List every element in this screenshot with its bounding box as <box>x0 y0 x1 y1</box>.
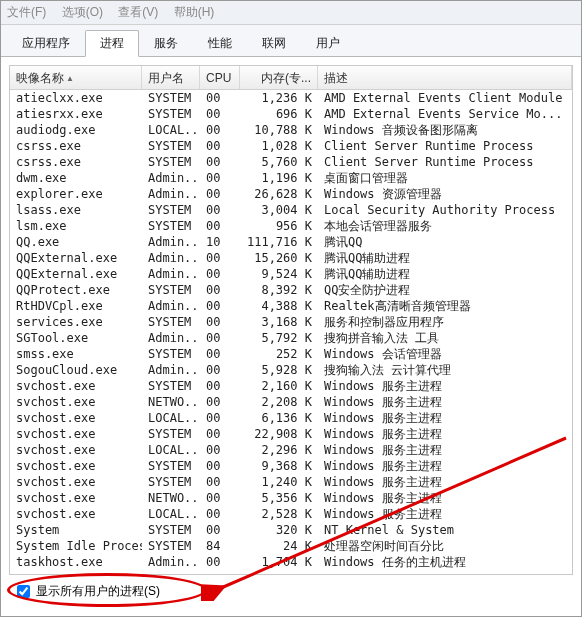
menu-options[interactable]: 选项(O) <box>62 5 103 19</box>
tab-users[interactable]: 用户 <box>301 30 355 57</box>
cell-user: SYSTEM <box>142 218 200 234</box>
cell-cpu: 00 <box>200 170 240 186</box>
cell-name: System <box>10 522 142 538</box>
cell-desc: Windows 服务主进程 <box>318 410 572 426</box>
tab-services[interactable]: 服务 <box>139 30 193 57</box>
cell-name: taskhost.exe <box>10 554 142 570</box>
cell-desc: 腾讯QQ <box>318 234 572 250</box>
cell-desc: Windows 服务主进程 <box>318 490 572 506</box>
cell-cpu: 00 <box>200 394 240 410</box>
col-header-name[interactable]: 映像名称 <box>10 66 142 89</box>
cell-mem: 10,788 K <box>240 122 318 138</box>
table-row[interactable]: smss.exeSYSTEM00252 KWindows 会话管理器 <box>10 346 572 362</box>
table-row[interactable]: svchost.exeLOCAL...006,136 KWindows 服务主进… <box>10 410 572 426</box>
cell-mem: 696 K <box>240 106 318 122</box>
table-row[interactable]: RtHDVCpl.exeAdmin...004,388 KRealtek高清晰音… <box>10 298 572 314</box>
cell-cpu: 00 <box>200 474 240 490</box>
table-row[interactable]: svchost.exeNETWO...002,208 KWindows 服务主进… <box>10 394 572 410</box>
cell-cpu: 10 <box>200 234 240 250</box>
table-row[interactable]: SogouCloud.exeAdmin...005,928 K搜狗输入法 云计算… <box>10 362 572 378</box>
table-row[interactable]: dwm.exeAdmin...001,196 K桌面窗口管理器 <box>10 170 572 186</box>
table-row[interactable]: svchost.exeLOCAL...002,528 KWindows 服务主进… <box>10 506 572 522</box>
menu-view[interactable]: 查看(V) <box>118 5 158 19</box>
tab-processes[interactable]: 进程 <box>85 30 139 57</box>
table-row[interactable]: svchost.exeSYSTEM002,160 KWindows 服务主进程 <box>10 378 572 394</box>
cell-name: lsm.exe <box>10 218 142 234</box>
cell-cpu: 00 <box>200 426 240 442</box>
tab-networking[interactable]: 联网 <box>247 30 301 57</box>
cell-user: Admin... <box>142 250 200 266</box>
cell-user: SYSTEM <box>142 474 200 490</box>
table-row[interactable]: SystemSYSTEM00320 KNT Kernel & System <box>10 522 572 538</box>
cell-cpu: 00 <box>200 250 240 266</box>
cell-mem: 2,160 K <box>240 378 318 394</box>
table-row[interactable]: services.exeSYSTEM003,168 K服务和控制器应用程序 <box>10 314 572 330</box>
table-row[interactable]: audiodg.exeLOCAL...0010,788 KWindows 音频设… <box>10 122 572 138</box>
cell-desc: 腾讯QQ辅助进程 <box>318 266 572 282</box>
cell-user: Admin... <box>142 266 200 282</box>
cell-cpu: 00 <box>200 202 240 218</box>
cell-name: svchost.exe <box>10 410 142 426</box>
table-row[interactable]: csrss.exeSYSTEM001,028 KClient Server Ru… <box>10 138 572 154</box>
table-row[interactable]: svchost.exeLOCAL...002,296 KWindows 服务主进… <box>10 442 572 458</box>
table-row[interactable]: atieclxx.exeSYSTEM001,236 KAMD External … <box>10 90 572 106</box>
table-row[interactable]: svchost.exeNETWO...005,356 KWindows 服务主进… <box>10 490 572 506</box>
table-row[interactable]: System Idle ProcessSYSTEM8424 K处理器空闲时间百分… <box>10 538 572 554</box>
table-row[interactable]: csrss.exeSYSTEM005,760 KClient Server Ru… <box>10 154 572 170</box>
cell-user: Admin... <box>142 186 200 202</box>
cell-cpu: 00 <box>200 554 240 570</box>
table-row[interactable]: atiesrxx.exeSYSTEM00696 KAMD External Ev… <box>10 106 572 122</box>
cell-user: Admin... <box>142 298 200 314</box>
col-header-cpu[interactable]: CPU <box>200 66 240 89</box>
col-header-user[interactable]: 用户名 <box>142 66 200 89</box>
table-row[interactable]: svchost.exeSYSTEM009,368 KWindows 服务主进程 <box>10 458 572 474</box>
table-row[interactable]: lsass.exeSYSTEM003,004 KLocal Security A… <box>10 202 572 218</box>
cell-mem: 252 K <box>240 346 318 362</box>
table-row[interactable]: QQ.exeAdmin...10111,716 K腾讯QQ <box>10 234 572 250</box>
cell-cpu: 00 <box>200 282 240 298</box>
cell-desc: Windows 服务主进程 <box>318 378 572 394</box>
footer-bar: 显示所有用户的进程(S) <box>9 581 573 602</box>
cell-mem: 5,760 K <box>240 154 318 170</box>
table-row[interactable]: svchost.exeSYSTEM0022,908 KWindows 服务主进程 <box>10 426 572 442</box>
cell-mem: 5,792 K <box>240 330 318 346</box>
table-row[interactable]: QQExternal.exeAdmin...0015,260 K腾讯QQ辅助进程 <box>10 250 572 266</box>
tab-applications[interactable]: 应用程序 <box>7 30 85 57</box>
tab-performance[interactable]: 性能 <box>193 30 247 57</box>
col-header-mem[interactable]: 内存(专... <box>240 66 318 89</box>
cell-user: SYSTEM <box>142 522 200 538</box>
col-header-desc[interactable]: 描述 <box>318 66 572 89</box>
cell-name: svchost.exe <box>10 394 142 410</box>
table-row[interactable]: svchost.exeSYSTEM001,240 KWindows 服务主进程 <box>10 474 572 490</box>
cell-desc: 搜狗拼音输入法 工具 <box>318 330 572 346</box>
table-row[interactable]: explorer.exeAdmin...0026,628 KWindows 资源… <box>10 186 572 202</box>
cell-cpu: 00 <box>200 314 240 330</box>
table-row[interactable]: QQExternal.exeAdmin...009,524 K腾讯QQ辅助进程 <box>10 266 572 282</box>
cell-desc: Windows 会话管理器 <box>318 346 572 362</box>
cell-name: svchost.exe <box>10 458 142 474</box>
cell-cpu: 00 <box>200 410 240 426</box>
table-row[interactable]: taskhost.exeAdmin...001,704 KWindows 任务的… <box>10 554 572 570</box>
cell-desc: AMD External Events Client Module <box>318 90 572 106</box>
cell-user: SYSTEM <box>142 106 200 122</box>
cell-cpu: 00 <box>200 330 240 346</box>
cell-desc: 桌面窗口管理器 <box>318 170 572 186</box>
menu-help[interactable]: 帮助(H) <box>174 5 215 19</box>
table-row[interactable]: QQProtect.exeSYSTEM008,392 KQQ安全防护进程 <box>10 282 572 298</box>
cell-cpu: 00 <box>200 266 240 282</box>
cell-desc: 处理器空闲时间百分比 <box>318 538 572 554</box>
menu-file[interactable]: 文件(F) <box>7 5 46 19</box>
table-row[interactable]: lsm.exeSYSTEM00956 K本地会话管理器服务 <box>10 218 572 234</box>
cell-user: SYSTEM <box>142 378 200 394</box>
cell-name: QQProtect.exe <box>10 282 142 298</box>
cell-desc: Windows 资源管理器 <box>318 186 572 202</box>
cell-user: NETWO... <box>142 490 200 506</box>
cell-user: SYSTEM <box>142 314 200 330</box>
cell-desc: Windows 服务主进程 <box>318 458 572 474</box>
show-all-users-checkbox[interactable] <box>17 585 30 598</box>
cell-name: csrss.exe <box>10 138 142 154</box>
table-row[interactable]: SGTool.exeAdmin...005,792 K搜狗拼音输入法 工具 <box>10 330 572 346</box>
cell-desc: Windows 服务主进程 <box>318 394 572 410</box>
cell-mem: 3,004 K <box>240 202 318 218</box>
cell-mem: 956 K <box>240 218 318 234</box>
